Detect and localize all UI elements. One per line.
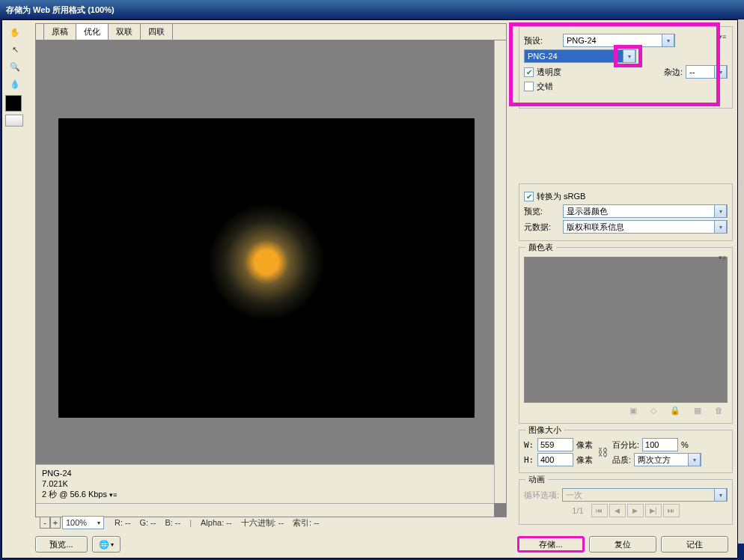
image-size-group: 图像大小 W: 像素 H: 像素 ⛓ [519,430,733,473]
readout-g: G: -- [139,518,156,527]
animation-label: 动画 [525,474,548,485]
width-unit: 像素 [576,439,593,451]
preview-canvas[interactable] [58,118,475,418]
info-filesize: 7.021K [42,478,488,489]
preset-flyout-icon[interactable]: ▾≡ [719,33,729,40]
width-field[interactable] [537,438,573,451]
readout-alpha: Alpha: -- [201,518,232,527]
status-bar: - + 100%▾ R: -- G: -- B: -- | Alpha: -- … [35,514,507,531]
prev-frame-button: ◀ [609,504,626,517]
new-color-icon[interactable]: ▦ [694,406,701,416]
matte-label: 杂边: [664,67,683,78]
height-field[interactable] [537,453,573,466]
frame-position: 1/1 [572,506,583,515]
height-label: H: [524,455,534,465]
last-frame-button: ⏭ [663,504,680,517]
percent-label: 百分比: [612,439,639,451]
title-bar: 存储为 Web 所用格式 (100%) [0,0,744,19]
save-for-web-dialog: ✋ ↖ 🔍 💧 原稿 优化 双联 四联 PNG-24 7.021K 2 秒 @ … [1,19,738,559]
tab-optimized[interactable]: 优化 [76,23,109,40]
color-table-group: 颜色表 ▾≡ ▣ ◇ 🔒 ▦ 🗑 [519,247,733,424]
canvas-host: PNG-24 7.021K 2 秒 @ 56.6 Kbps ▾≡ [36,40,506,517]
remember-button[interactable]: 记住 [661,536,728,553]
preview-tabs: 原稿 优化 双联 四联 [36,24,506,40]
preset-label: 预设: [524,35,560,46]
slice-select-tool[interactable]: ↖ [5,41,25,58]
zoom-in-button[interactable]: + [50,517,61,529]
dialog-buttons: 预览... 🌐▾ 存储... 复位 记住 [35,535,733,553]
zoom-value[interactable]: 100%▾ [62,516,104,529]
readout-index: 索引: -- [293,517,319,529]
color-table[interactable] [524,257,728,403]
convert-srgb-checkbox[interactable]: ✔转换为 sRGB [524,191,585,202]
format-dropdown[interactable]: PNG-24 ▾ [524,49,636,63]
window-title: 存储为 Web 所用格式 (100%) [6,4,115,16]
percent-unit: % [681,440,689,449]
percent-field[interactable] [642,438,678,451]
flyout-icon[interactable]: ▾≡ [109,491,117,499]
eyedropper-tool[interactable]: 💧 [5,76,25,92]
delete-color-icon[interactable]: 🗑 [715,406,723,416]
zoom-tool[interactable]: 🔍 [5,58,25,75]
hand-tool[interactable]: ✋ [5,24,25,40]
readout-r: R: -- [115,518,130,527]
transparency-checkbox[interactable]: ✔透明度 [524,67,561,78]
height-unit: 像素 [576,454,593,466]
optimize-info: PNG-24 7.021K 2 秒 @ 56.6 Kbps ▾≡ [36,464,494,503]
preset-group: ▾≡ 预设: PNG-24 ▾ PNG-24 ▾ ✔透明度 杂边: [519,26,733,109]
browser-preview-button[interactable]: 🌐▾ [92,536,121,553]
color-convert-group: ✔转换为 sRGB 预览: 显示器颜色 ▾ 元数据: 版权和联系信息 ▾ [519,183,733,241]
lock-color-icon[interactable]: 🔒 [670,406,680,416]
constrain-link-icon[interactable]: ⛓ [597,446,608,458]
chevron-down-icon: ▾ [662,34,674,47]
tab-4up[interactable]: 四联 [140,23,173,40]
metadata-dropdown[interactable]: 版权和联系信息 ▾ [563,220,728,234]
shift-websafe-icon[interactable]: ◇ [650,406,656,416]
matte-dropdown[interactable]: -- ▾ [686,65,728,79]
settings-panel: ▾≡ 预设: PNG-24 ▾ PNG-24 ▾ ✔透明度 杂边: [519,26,733,531]
desktop-edge [738,19,744,544]
loop-label: 循环选项: [524,490,559,501]
chevron-down-icon: ▾ [714,220,727,234]
reset-button[interactable]: 复位 [589,536,656,553]
readout-b: B: -- [165,518,180,527]
first-frame-button: ⏮ [591,504,608,517]
quality-label: 品质: [612,454,631,466]
preview-mode-dropdown[interactable]: 显示器颜色 ▾ [563,204,728,218]
quality-dropdown[interactable]: 两次立方 ▾ [634,453,701,466]
tab-original[interactable]: 原稿 [43,23,76,40]
color-table-flyout-icon[interactable]: ▾≡ [719,254,729,261]
preset-dropdown[interactable]: PNG-24 ▾ [563,34,675,47]
metadata-label: 元数据: [524,222,560,233]
zoom-out-button[interactable]: - [40,517,50,529]
image-content [207,202,326,322]
chevron-down-icon: ▾ [623,49,635,63]
chevron-down-icon: ▾ [688,453,701,466]
chevron-down-icon: ▾ [714,204,727,218]
play-button: ▶ [627,504,644,517]
chevron-down-icon: ▾ [714,488,727,502]
chevron-down-icon: ▾ [714,65,727,79]
tab-2up[interactable]: 双联 [108,23,141,40]
preview-area: 原稿 优化 双联 四联 PNG-24 7.021K 2 秒 @ 56.6 Kbp… [35,23,507,517]
readout-hex: 十六进制: -- [241,517,284,529]
map-transparent-icon[interactable]: ▣ [629,406,637,416]
info-download-time: 2 秒 @ 56.6 Kbps [42,490,107,499]
width-label: W: [524,440,534,450]
preview-button[interactable]: 预览... [35,536,88,553]
slice-visibility-toggle[interactable] [5,115,23,127]
eyedropper-color-swatch[interactable] [5,95,22,112]
info-format: PNG-24 [42,468,488,478]
tool-column: ✋ ↖ 🔍 💧 [5,23,31,127]
loop-dropdown: 一次 ▾ [562,488,728,502]
color-table-label: 颜色表 [525,242,556,253]
next-frame-button: ▶| [645,504,662,517]
vertical-scrollbar[interactable] [494,40,506,503]
interlace-checkbox[interactable]: 交错 [524,81,553,92]
image-size-label: 图像大小 [525,424,564,436]
animation-group: 动画 循环选项: 一次 ▾ 1/1 ⏮ ◀ ▶ ▶| ⏭ [519,479,733,525]
preview-mode-label: 预览: [524,206,560,217]
save-button[interactable]: 存储... [517,536,585,553]
color-table-buttons: ▣ ◇ 🔒 ▦ 🗑 [524,403,728,419]
